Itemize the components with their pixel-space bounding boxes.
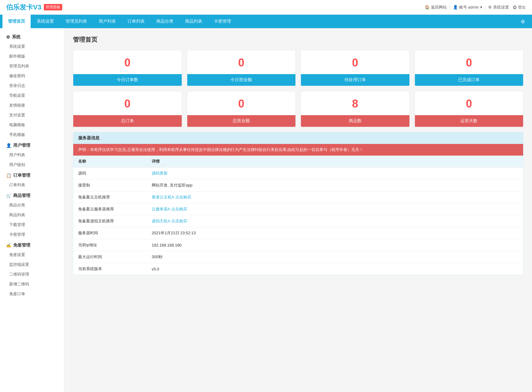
stat-today-revenue: 0 今日营业额 bbox=[187, 50, 296, 86]
sidebar-item-system-settings[interactable]: 系统设置 bbox=[0, 42, 64, 51]
nav-item-orders[interactable]: 订单列表 bbox=[122, 15, 150, 28]
server-info-link[interactable]: 源码更新 bbox=[152, 171, 168, 175]
sidebar-item-change-password[interactable]: 修改密码 bbox=[0, 71, 64, 81]
sign-icon: ✍ bbox=[6, 243, 11, 248]
nav-item-cards[interactable]: 卡密管理 bbox=[208, 15, 237, 28]
server-info-link[interactable]: 云服务器A 点击购买 bbox=[152, 207, 187, 211]
stat-total-revenue: 0 总营业额 bbox=[187, 91, 296, 127]
stats-row-2: 0 总订单 0 总营业额 8 商品数 0 运营天数 bbox=[73, 91, 523, 127]
nav-item-products[interactable]: 商品列表 bbox=[180, 15, 208, 28]
sidebar-item-admin-list[interactable]: 管理员列表 bbox=[0, 61, 64, 71]
sidebar-item-pc-template[interactable]: 电脑模板 bbox=[0, 120, 64, 130]
main-content: 管理首页 0 今日订单数 0 今日营业额 0 待处理订单 0 已完成订单 0 bbox=[64, 28, 532, 392]
col-name: 名称 bbox=[73, 156, 147, 168]
stat-pending-orders: 0 待处理订单 bbox=[301, 50, 410, 86]
nav-item-settings[interactable]: 系统设置 bbox=[31, 15, 59, 28]
nav-item-home[interactable]: 管理首页 bbox=[2, 15, 31, 28]
stat-products: 8 商品数 bbox=[301, 91, 410, 127]
table-row: 当前系统版本v5.0 bbox=[73, 263, 523, 275]
logout-icon: ⏻ bbox=[513, 5, 517, 9]
sidebar: ⚙ 系统 系统设置 邮件模版 管理员列表 修改密码 登录日志 导航设置 友情链接… bbox=[0, 28, 64, 392]
sidebar-item-mobile-template[interactable]: 手机模板 bbox=[0, 130, 64, 140]
sidebar-item-qr-management[interactable]: 二维码管理 bbox=[0, 270, 64, 279]
sidebar-item-add-qr[interactable]: 新增二维码 bbox=[0, 279, 64, 289]
sidebar-section-system: ⚙ 系统 bbox=[0, 31, 64, 42]
account-icon: 👤 bbox=[453, 5, 458, 9]
home-icon: 🏠 bbox=[425, 5, 430, 9]
user-icon: 👤 bbox=[6, 143, 11, 148]
nav-item-users[interactable]: 用户列表 bbox=[93, 15, 121, 28]
logo-area: 伯乐发卡V3 管理面板 bbox=[6, 3, 62, 12]
sidebar-item-product-category[interactable]: 商品分类 bbox=[0, 200, 64, 210]
col-detail: 详情 bbox=[147, 156, 523, 168]
settings-icon: ⚙ bbox=[488, 5, 492, 9]
sidebar-section-products: 🛒 商品管理 bbox=[0, 190, 64, 200]
sidebar-item-user-list[interactable]: 用户列表 bbox=[0, 150, 64, 160]
layout: ⚙ 系统 系统设置 邮件模版 管理员列表 修改密码 登录日志 导航设置 友情链接… bbox=[0, 28, 532, 392]
stat-completed-orders: 0 已完成订单 bbox=[415, 50, 524, 86]
table-row: 当前ip地址192.168.168.180 bbox=[73, 239, 523, 251]
sidebar-item-email-template[interactable]: 邮件模版 bbox=[0, 51, 64, 61]
sidebar-item-monitor-settings[interactable]: 监控端设置 bbox=[0, 260, 64, 270]
admin-badge: 管理面板 bbox=[44, 4, 62, 10]
sidebar-item-payment-settings[interactable]: 支付设置 bbox=[0, 110, 64, 120]
table-row: 接受制网站开发, 支付监听app bbox=[73, 179, 523, 191]
table-row: 免备案云主机推荐香港云主机A 点击购买 bbox=[73, 191, 523, 203]
server-info-panel: 服务器信息 声明：本程序仅供学习交流,正规等合法使用，利用本程序从事任何违反中国… bbox=[73, 132, 523, 275]
nav-item-categories[interactable]: 商品分类 bbox=[151, 15, 179, 28]
server-info-table: 名称 详情 源码源码更新接受制网站开发, 支付监听app免备案云主机推荐香港云主… bbox=[73, 156, 523, 275]
sidebar-section-orders: 📋 订单管理 bbox=[0, 170, 64, 180]
stats-row-1: 0 今日订单数 0 今日营业额 0 待处理订单 0 已完成订单 bbox=[73, 50, 523, 86]
gear-icon: ⚙ bbox=[6, 35, 10, 40]
settings-button[interactable]: ⚙ 系统设置 bbox=[488, 5, 509, 10]
chevron-down-icon: ▾ bbox=[480, 5, 482, 9]
table-row: 免备案虚拟主机推荐虚拟主机A 点击购买 bbox=[73, 215, 523, 227]
nav-bar: 管理首页 系统设置 管理员列表 用户列表 订单列表 商品分类 商品列表 卡密管理… bbox=[0, 15, 532, 28]
info-notice: 声明：本程序仅供学习交流,正规等合法使用，利用本程序从事任何违反中国法律法规的行… bbox=[73, 144, 523, 156]
logo-text: 伯乐发卡V3 bbox=[6, 3, 41, 12]
server-info-link[interactable]: 虚拟主机A 点击购买 bbox=[152, 219, 187, 223]
nav-item-admins[interactable]: 管理员列表 bbox=[60, 15, 93, 28]
table-row: 服务器时间2021年1月21日 23:52:13 bbox=[73, 227, 523, 239]
stat-total-orders: 0 总订单 bbox=[73, 91, 182, 127]
sidebar-item-user-level[interactable]: 用户级别 bbox=[0, 160, 64, 170]
sidebar-section-users: 👤 用户管理 bbox=[0, 140, 64, 150]
server-info-link[interactable]: 香港云主机A 点击购买 bbox=[152, 195, 191, 199]
sidebar-item-login-log[interactable]: 登录日志 bbox=[0, 81, 64, 91]
table-row: 源码源码更新 bbox=[73, 168, 523, 179]
sidebar-item-friendly-links[interactable]: 友情链接 bbox=[0, 100, 64, 110]
sidebar-item-nav-settings[interactable]: 导航设置 bbox=[0, 91, 64, 100]
logout-button[interactable]: ⏻ 登出 bbox=[513, 5, 526, 10]
sidebar-item-order-list[interactable]: 订单列表 bbox=[0, 180, 64, 190]
stat-operating-days: 0 运营天数 bbox=[415, 91, 524, 127]
order-icon: 📋 bbox=[6, 173, 11, 178]
header-actions: 🏠 返回网站 | 👤 账号 admin ▾ | ⚙ 系统设置 ⏻ 登出 bbox=[425, 5, 526, 10]
info-panel-header: 服务器信息 bbox=[73, 132, 523, 144]
table-row: 免备案云服务器推荐云服务器A 点击购买 bbox=[73, 203, 523, 215]
sidebar-section-sign: ✍ 免签管理 bbox=[0, 239, 64, 250]
sidebar-item-product-list[interactable]: 商品列表 bbox=[0, 210, 64, 220]
table-row: 最大运行时间300秒 bbox=[73, 251, 523, 263]
return-site-button[interactable]: 🏠 返回网站 bbox=[425, 5, 447, 10]
sidebar-item-sign-orders[interactable]: 免签订单 bbox=[0, 289, 64, 299]
product-icon: 🛒 bbox=[6, 193, 11, 198]
account-menu[interactable]: 👤 账号 admin ▾ bbox=[453, 5, 482, 10]
sidebar-item-sign-settings[interactable]: 免签设置 bbox=[0, 250, 64, 260]
sidebar-item-download-management[interactable]: 下载管理 bbox=[0, 220, 64, 230]
top-header: 伯乐发卡V3 管理面板 🏠 返回网站 | 👤 账号 admin ▾ | ⚙ 系统… bbox=[0, 0, 532, 15]
stat-today-orders: 0 今日订单数 bbox=[73, 50, 182, 86]
nav-gear-icon[interactable]: ⚙ bbox=[516, 15, 530, 28]
page-title: 管理首页 bbox=[73, 36, 523, 44]
sidebar-item-card-management[interactable]: 卡密管理 bbox=[0, 230, 64, 239]
